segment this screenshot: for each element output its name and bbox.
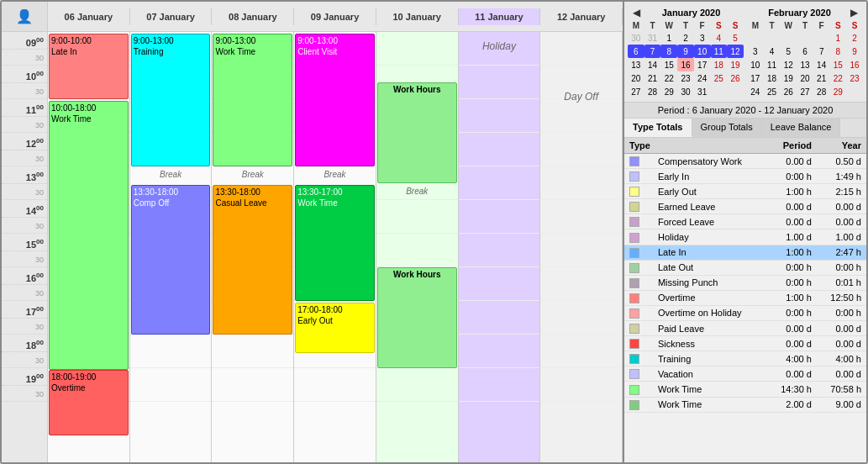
row-swatch-8 [624, 275, 653, 290]
feb-d17[interactable]: 17 [747, 71, 764, 85]
feb-d26[interactable]: 26 [780, 85, 797, 98]
row-type-5: Holiday [653, 229, 767, 245]
table-row-15: Work Time 14:30 h 70:58 h [624, 382, 866, 397]
row-swatch-12 [624, 336, 653, 351]
feb-d3[interactable]: 3 [747, 45, 764, 58]
feb-d20[interactable]: 20 [797, 71, 813, 85]
event-break-08: Break [213, 168, 292, 185]
event-training-07[interactable]: 9:00-13:00 Training [131, 34, 211, 166]
jan-d7[interactable]: 7 [644, 45, 661, 58]
feb-d24[interactable]: 24 [747, 85, 764, 98]
feb-d9[interactable]: 9 [846, 45, 863, 58]
feb-d23[interactable]: 23 [846, 71, 863, 85]
jan-d18[interactable]: 18 [711, 58, 728, 71]
event-break-07: Break [131, 168, 211, 185]
jan-d4[interactable]: 4 [711, 31, 728, 45]
feb-d21[interactable]: 21 [813, 71, 830, 85]
tab-type-totals[interactable]: Type Totals [624, 119, 692, 137]
row-period-1: 0:00 h [767, 169, 817, 184]
jan-d14[interactable]: 14 [644, 58, 661, 71]
jan-d10[interactable]: 10 [694, 45, 711, 58]
next-month-btn[interactable]: ▶ [849, 7, 860, 18]
feb-d7[interactable]: 7 [813, 45, 830, 58]
event-work-time-06[interactable]: 10:00-18:00 Work Time [49, 101, 129, 370]
jan-d20[interactable]: 20 [628, 71, 644, 85]
feb-d6[interactable]: 6 [797, 45, 813, 58]
feb-d10[interactable]: 10 [747, 58, 764, 71]
color-swatch-0 [629, 156, 639, 166]
jan-d22[interactable]: 22 [660, 71, 677, 85]
event-overtime-06[interactable]: 18:00-19:00 Overtime [49, 370, 129, 435]
jan-d19[interactable]: 19 [727, 58, 744, 71]
jan-d1[interactable]: 1 [660, 31, 677, 45]
jan-d23[interactable]: 23 [677, 71, 694, 85]
feb-d4[interactable]: 4 [764, 45, 781, 58]
jan-d8[interactable]: 8 [660, 45, 677, 58]
event-client-09[interactable]: 9:00-13:00 Client Visit [295, 34, 375, 166]
jan-d13[interactable]: 13 [628, 58, 644, 71]
mini-calendars: ◀ January 2020 M T W T F S S [624, 2, 866, 103]
event-comp-off-07[interactable]: 13:30-18:00 Comp Off [131, 185, 211, 335]
jan-d31b[interactable]: 31 [694, 85, 711, 98]
day-col-10: Work Hours Break Work Hours [376, 32, 459, 462]
jan-d30b[interactable]: 30 [677, 85, 694, 98]
jan-d5[interactable]: 5 [727, 31, 744, 45]
row-type-16: Work Time [653, 397, 767, 412]
jan-d3[interactable]: 3 [694, 31, 711, 45]
jan-d16[interactable]: 16 [677, 58, 694, 71]
jan-d17[interactable]: 17 [694, 58, 711, 71]
jan-d9[interactable]: 9 [677, 45, 694, 58]
row-swatch-15 [624, 382, 653, 397]
table-row-1: Early In 0:00 h 1:49 h [624, 169, 866, 184]
jan-d28[interactable]: 28 [644, 85, 661, 98]
jan-d11[interactable]: 11 [711, 45, 728, 58]
jan-d15[interactable]: 15 [660, 58, 677, 71]
feb-d28[interactable]: 28 [813, 85, 830, 98]
tab-group-totals[interactable]: Group Totals [692, 119, 762, 137]
prev-month-btn[interactable]: ◀ [631, 7, 642, 18]
feb-d29[interactable]: 29 [830, 85, 847, 98]
event-casual-08[interactable]: 13:30-18:00 Casual Leave [213, 185, 292, 335]
feb-d16[interactable]: 16 [846, 58, 863, 71]
jan-d27[interactable]: 27 [628, 85, 644, 98]
jan-d6[interactable]: 6 [628, 45, 644, 58]
feb-d11[interactable]: 11 [764, 58, 781, 71]
feb-d2[interactable]: 2 [846, 31, 863, 45]
table-row-0: Compensatory Work 0.00 d 0.50 d [624, 154, 866, 169]
event-work-09b[interactable]: 13:30-17:00 Work Time [295, 185, 375, 301]
feb-d14[interactable]: 14 [813, 58, 830, 71]
jan-week-1: 30 31 1 2 3 4 5 [628, 31, 744, 45]
feb-d18[interactable]: 18 [764, 71, 781, 85]
jan-d26[interactable]: 26 [727, 71, 744, 85]
type-totals-table: Type Period Year Compensatory Work 0.00 … [624, 138, 866, 413]
row-swatch-14 [624, 366, 653, 382]
jan-d31[interactable]: 31 [644, 31, 661, 45]
row-type-8: Missing Punch [653, 275, 767, 290]
jan-d29[interactable]: 29 [660, 85, 677, 98]
feb-d22[interactable]: 22 [830, 71, 847, 85]
col-type-header: Type [624, 138, 767, 154]
feb-d8[interactable]: 8 [830, 45, 847, 58]
tab-leave-balance[interactable]: Leave Balance [762, 119, 841, 137]
table-row-10: Overtime on Holiday 0:00 h 0:00 h [624, 305, 866, 320]
event-early-out-09[interactable]: 17:00-18:00 Early Out [295, 303, 375, 353]
feb-d1[interactable]: 1 [830, 31, 847, 45]
jan-d2[interactable]: 2 [677, 31, 694, 45]
feb-d12[interactable]: 12 [780, 58, 797, 71]
jan-d25[interactable]: 25 [711, 71, 728, 85]
row-period-11: 0.00 d [767, 321, 817, 336]
event-work-08a[interactable]: 9:00-13:00 Work Time [213, 34, 292, 166]
row-swatch-11 [624, 321, 653, 336]
color-swatch-12 [629, 339, 639, 349]
feb-d5[interactable]: 5 [780, 45, 797, 58]
jan-d12[interactable]: 12 [727, 45, 744, 58]
feb-d27[interactable]: 27 [797, 85, 813, 98]
feb-d25[interactable]: 25 [764, 85, 781, 98]
jan-d21[interactable]: 21 [644, 71, 661, 85]
event-late-in-06[interactable]: 9:00-10:00 Late In [49, 34, 129, 99]
feb-d13[interactable]: 13 [797, 58, 813, 71]
jan-d24[interactable]: 24 [694, 71, 711, 85]
feb-d15[interactable]: 15 [830, 58, 847, 71]
jan-d30[interactable]: 30 [628, 31, 644, 45]
feb-d19[interactable]: 19 [780, 71, 797, 85]
